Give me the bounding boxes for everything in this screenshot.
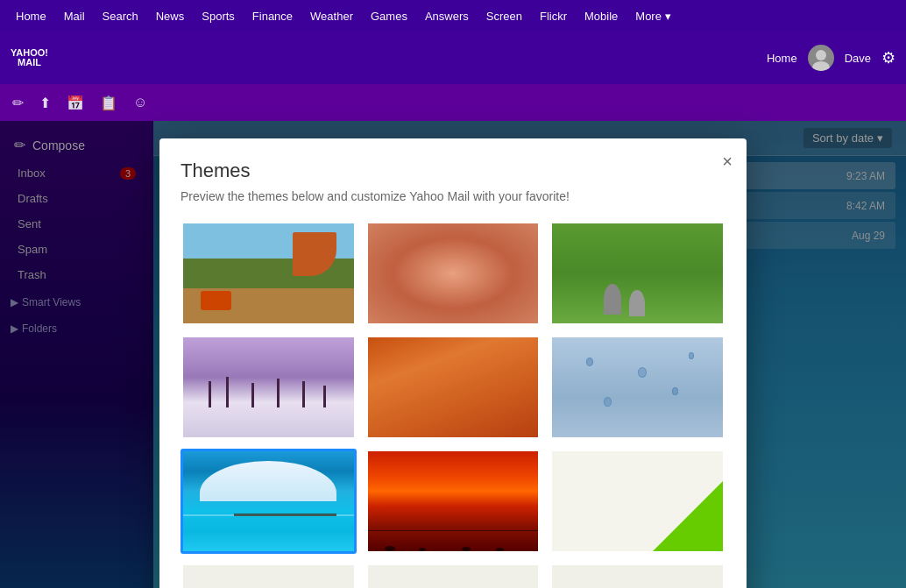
user-name: Dave xyxy=(845,52,871,65)
svg-point-1 xyxy=(812,61,830,71)
nav-mail[interactable]: Mail xyxy=(55,0,94,32)
theme-blank-3[interactable] xyxy=(549,563,726,588)
theme-clean[interactable] xyxy=(549,449,726,554)
theme-grid xyxy=(180,221,726,588)
top-navigation: Home Mail Search News Sports Finance Wea… xyxy=(0,0,906,32)
emoji-icon[interactable]: ☺ xyxy=(128,91,152,114)
modal-overlay: × Themes Preview the themes below and cu… xyxy=(0,121,906,588)
theme-figures[interactable] xyxy=(549,221,726,326)
main-layout: ✏ Compose Inbox 3 Drafts Sent Spam Trash… xyxy=(0,121,906,588)
nav-more[interactable]: More ▾ xyxy=(626,0,679,32)
nav-sports[interactable]: Sports xyxy=(193,0,244,32)
avatar[interactable] xyxy=(808,45,834,71)
theme-blurry[interactable] xyxy=(365,221,541,326)
nav-home[interactable]: Home xyxy=(7,0,55,32)
close-button[interactable]: × xyxy=(722,152,733,170)
nav-finance[interactable]: Finance xyxy=(244,0,301,32)
gear-icon[interactable]: ⚙ xyxy=(881,48,895,67)
toolbar: ✏ ⬆ 📅 📋 ☺ xyxy=(0,84,906,121)
notepad-icon[interactable]: 📋 xyxy=(95,91,123,115)
calendar-icon[interactable]: 📅 xyxy=(61,91,89,115)
theme-mesa[interactable] xyxy=(180,221,357,326)
nav-screen[interactable]: Screen xyxy=(478,0,531,32)
themes-modal: × Themes Preview the themes below and cu… xyxy=(159,138,747,588)
theme-ocean[interactable] xyxy=(180,449,357,554)
nav-news[interactable]: News xyxy=(147,0,194,32)
header-home-link[interactable]: Home xyxy=(767,52,797,65)
theme-winter[interactable] xyxy=(180,335,357,440)
theme-desert[interactable] xyxy=(365,335,541,440)
nav-search[interactable]: Search xyxy=(94,0,147,32)
nav-answers[interactable]: Answers xyxy=(416,0,478,32)
upload-icon[interactable]: ⬆ xyxy=(34,91,56,115)
nav-mobile[interactable]: Mobile xyxy=(576,0,626,32)
svg-point-0 xyxy=(816,50,826,60)
theme-sunset[interactable] xyxy=(365,449,541,554)
modal-title: Themes xyxy=(180,159,726,182)
nav-games[interactable]: Games xyxy=(362,0,416,32)
header-right: Home Dave ⚙ xyxy=(767,45,895,71)
yahoo-logo: YAHOO! MAIL xyxy=(11,48,48,67)
modal-subtitle: Preview the themes below and customize Y… xyxy=(180,189,726,203)
theme-drops[interactable] xyxy=(549,335,726,440)
theme-blank-2[interactable] xyxy=(365,563,541,588)
nav-flickr[interactable]: Flickr xyxy=(531,0,576,32)
theme-blank-1[interactable] xyxy=(180,563,357,588)
compose-icon[interactable]: ✏ xyxy=(7,91,29,115)
header: YAHOO! MAIL Home Dave ⚙ xyxy=(0,32,906,84)
nav-weather[interactable]: Weather xyxy=(301,0,362,32)
